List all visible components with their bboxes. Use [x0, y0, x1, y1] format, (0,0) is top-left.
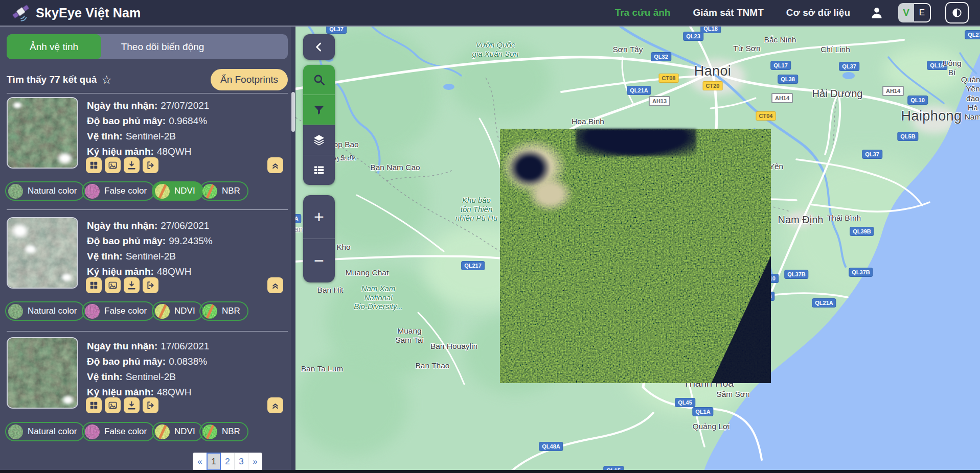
filter-button[interactable] — [303, 94, 335, 125]
band-chip-ndvi[interactable]: NDVI — [152, 181, 203, 201]
field-value: 99.2435% — [169, 235, 213, 246]
band-chip-label: NDVI — [174, 186, 195, 196]
layers-button[interactable] — [303, 125, 335, 155]
band-chip-label: NDVI — [174, 306, 195, 316]
collapse-panel-button[interactable] — [303, 34, 335, 60]
download-button[interactable] — [124, 277, 140, 293]
results-count-text: Tìm thấy 77 kết quả — [7, 74, 97, 85]
language-en[interactable]: E — [914, 3, 931, 22]
results-list-button[interactable] — [303, 155, 335, 185]
page-button-2[interactable]: 2 — [220, 453, 235, 470]
language-toggle[interactable]: V E — [898, 3, 931, 22]
page-button-1[interactable]: 1 — [207, 453, 221, 470]
app-window: SkyEye Việt Nam Tra cứu ảnhGiám sát TNMT… — [0, 0, 980, 473]
field-value: Sentinel-2B — [126, 371, 176, 382]
band-chip-nbr[interactable]: NBR — [199, 422, 248, 441]
band-chip-label: NBR — [222, 306, 240, 316]
band-chip-label: False color — [104, 427, 147, 437]
grid-button[interactable] — [86, 397, 102, 413]
language-vi[interactable]: V — [898, 3, 914, 22]
page-button-3[interactable]: 3 — [234, 453, 248, 470]
collapse-card-button[interactable] — [267, 157, 283, 173]
band-chip-label: Natural color — [28, 306, 77, 316]
nav-link-0[interactable]: Tra cứu ảnh — [615, 7, 671, 18]
cloud-patch — [10, 222, 30, 240]
scene-thumbnail[interactable] — [7, 337, 78, 409]
collapse-card-button[interactable] — [267, 277, 283, 293]
image-button[interactable] — [105, 397, 121, 413]
road-badge: QL32 — [651, 52, 671, 61]
export-button[interactable] — [143, 157, 158, 173]
band-chip-natural-color[interactable]: Natural color — [5, 181, 85, 201]
cloud-patch — [12, 101, 23, 109]
field-label: Ký hiệu mảnh: — [87, 266, 154, 277]
grid-button[interactable] — [86, 277, 102, 293]
band-chip-nbr[interactable]: NBR — [199, 301, 248, 321]
star-icon[interactable]: ☆ — [101, 74, 112, 86]
field-value: 0.0838% — [169, 356, 207, 367]
map-label: Uông Bí — [938, 59, 966, 78]
image-button[interactable] — [105, 157, 121, 173]
cloud-patch — [56, 151, 74, 165]
page-button-»[interactable]: » — [248, 453, 262, 470]
road-badge: QL37B — [784, 270, 808, 279]
band-chip-false-color[interactable]: False color — [82, 181, 155, 201]
sidebar-tabs: Ảnh vệ tinhTheo dõi biến động — [7, 34, 288, 59]
user-account-icon[interactable] — [870, 6, 884, 20]
band-chip-nbr[interactable]: NBR — [199, 181, 248, 201]
zoom-in-button[interactable]: + — [303, 195, 335, 239]
road-badge: QL1A — [692, 407, 713, 416]
tab-change-monitoring[interactable]: Theo dõi biến động — [101, 34, 224, 59]
band-preview-thumbnail — [202, 184, 217, 199]
field-label: Độ bao phủ mây: — [87, 356, 166, 367]
map-label: Sầm Sơn — [716, 390, 749, 399]
band-chip-false-color[interactable]: False color — [82, 301, 155, 321]
map-label: Muang Sam Tai — [395, 326, 424, 345]
zoom-out-button[interactable]: − — [303, 239, 335, 282]
export-button[interactable] — [143, 277, 158, 293]
grid-button[interactable] — [86, 157, 102, 173]
search-button[interactable] — [303, 65, 335, 94]
nav-link-1[interactable]: Giám sát TNMT — [693, 7, 763, 18]
road-badge: QL17 — [770, 61, 791, 70]
download-button[interactable] — [124, 397, 140, 413]
band-chip-ndvi[interactable]: NDVI — [152, 422, 203, 441]
band-chip-natural-color[interactable]: Natural color — [5, 422, 85, 441]
download-button[interactable] — [124, 157, 140, 173]
map-canvas[interactable]: QL37QL23QL18QL32CT08CT20QL21AAH13QL17QL3… — [295, 27, 980, 473]
road-badge: QL21A — [295, 214, 302, 223]
sidebar-scrollbar-thumb[interactable] — [291, 92, 295, 132]
field-value: 48QWH — [157, 387, 192, 397]
ndvi-footprint-overlay — [500, 129, 771, 383]
card-divider — [7, 93, 288, 93]
field-value: 0.9684% — [169, 115, 207, 126]
map-label: Vườn Quốc gia Xuân Sơn — [472, 40, 519, 58]
dark-mode-toggle[interactable] — [945, 2, 969, 23]
collapse-card-button[interactable] — [267, 397, 283, 413]
scene-thumbnail[interactable] — [7, 217, 78, 289]
page-button-«[interactable]: « — [193, 453, 207, 470]
satellite-logo-icon — [11, 3, 31, 22]
band-chip-ndvi[interactable]: NDVI — [152, 301, 203, 321]
band-preview-thumbnail — [155, 424, 170, 439]
road-badge: QL21A — [812, 298, 836, 308]
band-chip-false-color[interactable]: False color — [82, 422, 155, 441]
band-chip-natural-color[interactable]: Natural color — [5, 301, 85, 321]
band-preview-thumbnail — [155, 304, 170, 319]
scene-thumbnail[interactable] — [7, 97, 78, 169]
band-preview-thumbnail — [155, 184, 170, 199]
nav-link-2[interactable]: Cơ sở dữ liệu — [786, 7, 850, 18]
band-preview-thumbnail — [85, 184, 100, 199]
road-badge: QL10 — [907, 96, 928, 105]
field-value: 27/06/2021 — [161, 220, 209, 231]
road-badge: QL5B — [897, 132, 918, 141]
map-label: Khu bảo tồn Thiên nhiên Pù Hu — [455, 196, 498, 223]
hide-footprints-button[interactable]: Ẩn Footprints — [211, 69, 288, 90]
image-button[interactable] — [105, 277, 121, 293]
band-chip-label: NBR — [222, 186, 240, 196]
road-badge: QL38 — [778, 75, 798, 84]
tab-satellite-images[interactable]: Ảnh vệ tinh — [7, 34, 101, 59]
export-button[interactable] — [143, 397, 158, 413]
card-divider — [7, 209, 288, 210]
map-label: Ban Nam Cao — [370, 163, 420, 172]
